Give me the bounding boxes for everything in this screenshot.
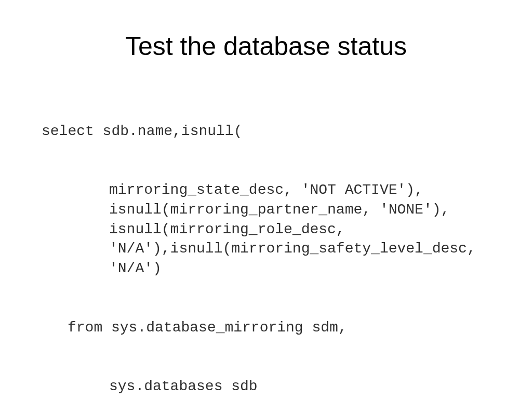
sql-code-block: select sdb.name,isnull( mirroring_state_… — [42, 82, 490, 399]
code-line: sys.databases sdb — [42, 377, 490, 396]
slide-title: Test the database status — [42, 31, 490, 61]
code-line: select sdb.name,isnull( — [42, 122, 490, 141]
slide: Test the database status select sdb.name… — [0, 0, 532, 399]
code-line: from sys.database_mirroring sdm, — [42, 318, 490, 338]
code-line: mirroring_state_desc, 'NOT ACTIVE'), isn… — [42, 180, 490, 278]
